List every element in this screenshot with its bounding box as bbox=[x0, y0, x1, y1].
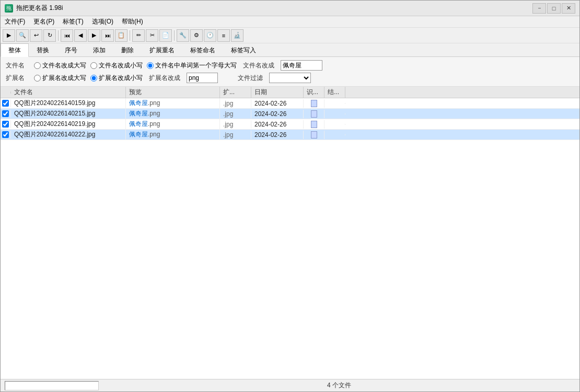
table-row[interactable]: QQ图片20240226140219.jpg 佩奇屋.png .jpg 2024… bbox=[1, 119, 579, 130]
toolbar-clock[interactable]: 🕐 bbox=[204, 29, 216, 42]
toolbar-start[interactable]: ▶ bbox=[3, 29, 15, 42]
minimize-button[interactable]: － bbox=[532, 3, 546, 14]
toolbar-search[interactable]: 🔍 bbox=[16, 29, 29, 42]
toolbar-zoom[interactable]: 🔬 bbox=[231, 29, 243, 42]
file-icon bbox=[311, 110, 317, 118]
file-icon bbox=[311, 100, 317, 107]
tabs-bar: 整体 替换 序号 添加 删除 扩展重名 标签命名 标签写入 bbox=[1, 43, 579, 57]
row-check-1[interactable] bbox=[1, 110, 11, 118]
tab-tag-write[interactable]: 标签写入 bbox=[223, 43, 264, 56]
row-filename-1: QQ图片20240226140215.jpg bbox=[11, 109, 126, 119]
toolbar-last[interactable]: ⏭ bbox=[101, 29, 114, 42]
row-check-2[interactable] bbox=[1, 120, 11, 128]
table-row[interactable]: QQ图片20240226140222.jpg 佩奇屋.png .jpg 2024… bbox=[1, 130, 579, 140]
radio-ext-lowercase-label[interactable]: 扩展名改成小写 bbox=[90, 74, 143, 83]
close-button[interactable]: ✕ bbox=[562, 3, 575, 14]
row-filename-0: QQ图片20240226140159.jpg bbox=[11, 98, 126, 108]
toolbar-copy[interactable]: 📋 bbox=[115, 29, 127, 42]
row-result-3 bbox=[324, 134, 345, 135]
toolbar-first[interactable]: ⏮ bbox=[61, 29, 73, 42]
row-checkbox-0[interactable] bbox=[2, 100, 9, 107]
row-id-0 bbox=[304, 99, 324, 108]
menu-bar: 文件(F) 更名(P) 标签(T) 选项(O) 帮助(H) bbox=[1, 16, 579, 28]
table-row[interactable]: QQ图片20240226140215.jpg 佩奇屋.png .jpg 2024… bbox=[1, 109, 579, 119]
row-id-3 bbox=[304, 131, 324, 139]
th-check bbox=[1, 91, 11, 94]
ext-change-input[interactable] bbox=[187, 73, 218, 83]
row-checkbox-1[interactable] bbox=[2, 110, 9, 117]
th-date: 日期 bbox=[251, 87, 304, 98]
separator-1 bbox=[58, 30, 59, 41]
radio-lowercase-label[interactable]: 文件名改成小写 bbox=[90, 61, 143, 70]
radio-titlecase[interactable] bbox=[147, 62, 154, 69]
filename-options-row: 文件名 文件名改成大写 文件名改成小写 文件名中单词第一个字母大写 文件名改成 bbox=[6, 60, 574, 71]
filename-change-input[interactable] bbox=[281, 60, 322, 71]
row-preview-3: 佩奇屋.png bbox=[126, 130, 220, 140]
ext-section-label: 扩展名 bbox=[6, 74, 27, 83]
toolbar-list[interactable]: ≡ bbox=[217, 29, 230, 42]
toolbar-cut[interactable]: ✂ bbox=[146, 29, 158, 42]
row-filename-2: QQ图片20240226140219.jpg bbox=[11, 119, 126, 129]
radio-ext-uppercase-label[interactable]: 扩展名改成大写 bbox=[34, 74, 86, 83]
content-area: 文件名 文件名改成大写 文件名改成小写 文件名中单词第一个字母大写 文件名改成 bbox=[1, 57, 579, 379]
radio-ext-lowercase[interactable] bbox=[90, 75, 97, 82]
row-date-3: 2024-02-26 bbox=[251, 131, 304, 139]
separator-3 bbox=[174, 30, 175, 41]
row-date-1: 2024-02-26 bbox=[251, 110, 304, 118]
separator-2 bbox=[130, 30, 130, 41]
toolbar-prev[interactable]: ◀ bbox=[74, 29, 87, 42]
tab-whole[interactable]: 整体 bbox=[1, 43, 29, 57]
toolbar: ▶ 🔍 ↩ ↻ ⏮ ◀ ▶ ⏭ 📋 ✏ ✂ 📄 🔧 ⚙ 🕐 ≡ 🔬 bbox=[1, 28, 579, 43]
window-title: 拖把更名器 1.98i bbox=[16, 4, 532, 13]
toolbar-gear[interactable]: ⚙ bbox=[190, 29, 203, 42]
menu-tag[interactable]: 标签(T) bbox=[59, 16, 87, 27]
th-preview: 预览 bbox=[126, 87, 220, 98]
tab-add[interactable]: 添加 bbox=[85, 43, 113, 56]
menu-rename[interactable]: 更名(P) bbox=[29, 16, 59, 27]
table-header: 文件名 预览 扩... 日期 识... 结... bbox=[1, 87, 579, 98]
menu-options[interactable]: 选项(O) bbox=[88, 16, 118, 27]
radio-lowercase[interactable] bbox=[90, 62, 97, 69]
row-check-3[interactable] bbox=[1, 131, 11, 139]
toolbar-edit[interactable]: ✏ bbox=[132, 29, 145, 42]
row-checkbox-2[interactable] bbox=[2, 121, 9, 128]
toolbar-settings[interactable]: 🔧 bbox=[177, 29, 189, 42]
statusbar-file-count: 4 个文件 bbox=[103, 381, 575, 390]
row-result-0 bbox=[324, 103, 345, 104]
app-icon: 拖 bbox=[5, 4, 13, 13]
menu-help[interactable]: 帮助(H) bbox=[118, 16, 147, 27]
tab-replace[interactable]: 替换 bbox=[29, 43, 57, 56]
row-preview-0: 佩奇屋.png bbox=[126, 98, 220, 108]
file-icon bbox=[311, 131, 317, 139]
th-id: 识... bbox=[304, 87, 324, 98]
menu-file[interactable]: 文件(F) bbox=[1, 16, 29, 27]
file-filter-label: 文件过滤 bbox=[238, 74, 263, 83]
toolbar-next[interactable]: ▶ bbox=[88, 29, 100, 42]
tab-delete[interactable]: 删除 bbox=[113, 43, 142, 56]
toolbar-new[interactable]: 📄 bbox=[159, 29, 172, 42]
window-controls: － □ ✕ bbox=[532, 3, 575, 14]
tab-ext[interactable]: 扩展重名 bbox=[142, 43, 182, 56]
table-row[interactable]: QQ图片20240226140159.jpg 佩奇屋.png .jpg 2024… bbox=[1, 98, 579, 109]
radio-uppercase[interactable] bbox=[34, 62, 41, 69]
filename-change-label: 文件名改成 bbox=[243, 61, 274, 70]
th-filename: 文件名 bbox=[11, 87, 126, 98]
file-filter-select[interactable] bbox=[269, 73, 311, 83]
maximize-button[interactable]: □ bbox=[547, 3, 561, 14]
row-date-0: 2024-02-26 bbox=[251, 99, 304, 108]
row-check-0[interactable] bbox=[1, 99, 11, 107]
tab-sequence[interactable]: 序号 bbox=[57, 43, 85, 56]
row-checkbox-3[interactable] bbox=[2, 131, 9, 138]
row-ext-0: .jpg bbox=[220, 99, 251, 108]
row-id-1 bbox=[304, 110, 324, 118]
toolbar-undo[interactable]: ↩ bbox=[30, 29, 42, 42]
radio-titlecase-label[interactable]: 文件名中单词第一个字母大写 bbox=[147, 61, 237, 70]
radio-ext-uppercase[interactable] bbox=[34, 75, 41, 82]
th-result: 结... bbox=[324, 87, 345, 98]
file-table: 文件名 预览 扩... 日期 识... 结... QQ图片20240226140… bbox=[1, 87, 579, 379]
radio-uppercase-label[interactable]: 文件名改成大写 bbox=[34, 61, 86, 70]
toolbar-redo[interactable]: ↻ bbox=[43, 29, 56, 42]
row-filename-3: QQ图片20240226140222.jpg bbox=[11, 130, 126, 140]
tab-tag-name[interactable]: 标签命名 bbox=[182, 43, 223, 56]
row-preview-2: 佩奇屋.png bbox=[126, 119, 220, 129]
